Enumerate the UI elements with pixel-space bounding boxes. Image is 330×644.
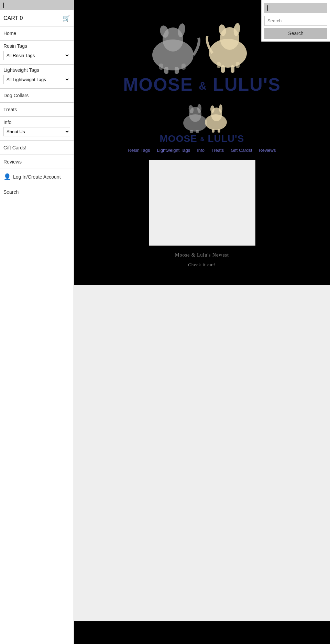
cart-row[interactable]: CART 0 🛒 xyxy=(0,10,74,26)
svg-rect-21 xyxy=(196,130,199,133)
promo-text1: Moose & Lulu's Newest xyxy=(175,252,229,258)
svg-point-19 xyxy=(197,104,201,113)
svg-rect-27 xyxy=(218,129,220,133)
svg-rect-7 xyxy=(182,64,186,70)
info-label: Info xyxy=(3,120,70,125)
sidebar-top-bar: | xyxy=(0,0,74,10)
user-icon: 👤 xyxy=(3,173,11,181)
info-dropdown[interactable]: About Us Contact xyxy=(3,127,70,136)
sidebar-handle-icon: | xyxy=(3,2,3,8)
hero-nav-gift-cards[interactable]: Gift Cards! xyxy=(231,148,252,153)
svg-rect-5 xyxy=(175,67,179,74)
lightweight-tags-dropdown[interactable]: All Lightweight Tags Standard Premium xyxy=(3,75,70,84)
sidebar-item-treats[interactable]: Treats xyxy=(0,103,74,117)
svg-rect-6 xyxy=(159,64,163,70)
featured-image-container xyxy=(149,160,255,246)
hero-nav: Resin Tags Lightweight Tags Info Treats … xyxy=(121,148,283,153)
brand-name-small: MOOSE & LULU'S xyxy=(160,133,244,144)
brand-name-large: MOOSE & LULU'S xyxy=(123,76,281,93)
large-content-block xyxy=(74,285,330,621)
sidebar-item-lightweight-tags: Lightweight Tags All Lightweight Tags St… xyxy=(0,65,74,89)
sidebar-item-dog-collars[interactable]: Dog Collars xyxy=(0,89,74,103)
promo-text2: Check it out! xyxy=(175,262,229,268)
svg-point-25 xyxy=(219,104,222,113)
cart-icon: 🛒 xyxy=(63,14,70,22)
login-label: Log In/Create Account xyxy=(13,174,61,180)
sidebar-item-gift-cards[interactable]: Gift Cards! xyxy=(0,141,74,155)
right-search-panel: | Search xyxy=(261,0,330,42)
cart-label: CART 0 xyxy=(3,15,23,21)
svg-rect-12 xyxy=(221,65,225,73)
sidebar-item-reviews[interactable]: Reviews xyxy=(0,155,74,169)
resin-tags-label: Resin Tags xyxy=(3,43,70,49)
sidebar-item-resin-tags: Resin Tags All Resin Tags Round Tags Bon… xyxy=(0,41,74,65)
right-panel-top-bar: | xyxy=(264,3,327,13)
sidebar: | CART 0 🛒 Home Resin Tags All Resin Tag… xyxy=(0,0,74,644)
featured-image-placeholder xyxy=(149,160,255,246)
lightweight-tags-label: Lightweight Tags xyxy=(3,67,70,73)
hero-nav-treats[interactable]: Treats xyxy=(211,148,224,153)
svg-rect-4 xyxy=(164,67,168,74)
sidebar-item-info: Info About Us Contact xyxy=(0,117,74,141)
sidebar-login[interactable]: 👤 Log In/Create Account xyxy=(0,169,74,185)
right-panel-handle-icon: | xyxy=(267,5,268,11)
sidebar-item-home[interactable]: Home xyxy=(0,26,74,41)
small-logo-container: MOOSE & LULU'S xyxy=(160,99,244,144)
svg-rect-14 xyxy=(217,62,221,68)
resin-tags-dropdown[interactable]: All Resin Tags Round Tags Bone Tags xyxy=(3,51,70,60)
hero-section: MOOSE & LULU'S MOOSE & LULU'S xyxy=(74,0,330,285)
svg-rect-26 xyxy=(212,129,214,133)
top-logo-svg xyxy=(142,7,262,76)
sidebar-search[interactable]: Search xyxy=(0,185,74,199)
top-logo-container xyxy=(142,7,262,76)
search-input[interactable] xyxy=(264,16,327,26)
svg-rect-15 xyxy=(236,62,240,68)
hero-nav-info[interactable]: Info xyxy=(197,148,205,153)
main-content: MOOSE & LULU'S MOOSE & LULU'S xyxy=(74,0,330,644)
svg-rect-13 xyxy=(231,65,234,73)
svg-point-24 xyxy=(210,105,214,113)
svg-rect-20 xyxy=(190,130,193,133)
promo-section: Moose & Lulu's Newest Check it out! xyxy=(175,246,229,274)
search-button[interactable]: Search xyxy=(264,28,327,39)
hero-nav-lightweight-tags[interactable]: Lightweight Tags xyxy=(157,148,190,153)
hero-nav-resin-tags[interactable]: Resin Tags xyxy=(128,148,150,153)
small-logo-svg xyxy=(171,99,233,133)
hero-nav-reviews[interactable]: Reviews xyxy=(259,148,276,153)
